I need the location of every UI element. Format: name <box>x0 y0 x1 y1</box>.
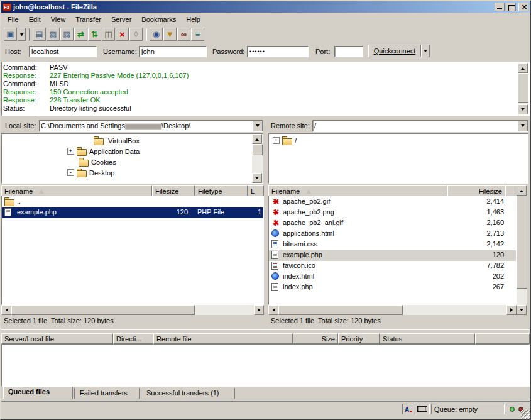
scroll-up-icon[interactable] <box>518 63 528 73</box>
file-row[interactable]: apache_pb2.png 1,463 <box>269 207 516 218</box>
scroll-up-icon[interactable] <box>517 185 527 196</box>
html-file-icon <box>271 272 279 280</box>
site-manager-icon[interactable] <box>4 28 17 41</box>
scroll-down-icon[interactable] <box>252 173 262 183</box>
column-header-lastmodified[interactable]: L <box>248 185 264 196</box>
file-row[interactable]: apache_pb2.gif 2,414 <box>269 197 516 207</box>
process-queue-icon[interactable] <box>88 28 101 41</box>
log-scrollbar[interactable] <box>518 63 528 114</box>
tree-item[interactable]: Application Data <box>2 146 263 157</box>
expand-plus-icon[interactable] <box>273 137 280 144</box>
remote-horizontal-scrollbar[interactable] <box>268 305 517 315</box>
column-header-status[interactable]: Status <box>380 333 475 344</box>
toggle-remote-tree-icon[interactable] <box>60 28 74 41</box>
refresh-icon[interactable] <box>74 28 87 41</box>
statusbar-panel <box>415 404 430 414</box>
sync-browsing-icon[interactable] <box>191 28 204 41</box>
tab-queued-files[interactable]: Queued files <box>3 387 73 399</box>
menu-server[interactable]: Server <box>106 14 136 25</box>
menu-edit[interactable]: Edit <box>24 14 46 25</box>
file-row[interactable]: apache_pb2_ani.gif 2,160 <box>269 218 516 229</box>
scroll-up-icon[interactable] <box>252 134 262 144</box>
close-button[interactable] <box>518 3 528 11</box>
port-input[interactable] <box>334 46 363 57</box>
scroll-down-icon[interactable] <box>517 305 527 315</box>
minimize-button[interactable] <box>495 3 505 11</box>
column-header-size[interactable]: Size <box>293 333 338 344</box>
column-header-server-local-file[interactable]: Server/Local file <box>1 333 113 344</box>
menu-view[interactable]: View <box>46 14 71 25</box>
tree-item[interactable]: Desktop <box>2 167 263 178</box>
disconnect-icon[interactable] <box>129 28 143 41</box>
cancel-icon[interactable] <box>116 28 129 41</box>
tree-item[interactable]: .VirtualBox <box>2 135 263 146</box>
file-row-selected[interactable]: example.php 120 <box>269 250 516 261</box>
scroll-right-icon[interactable] <box>254 305 264 315</box>
menu-file[interactable]: File <box>3 14 24 25</box>
toggle-local-tree-icon[interactable] <box>47 28 60 41</box>
column-header-remote-file[interactable]: Remote file <box>153 333 293 344</box>
local-site-dropdown-icon[interactable] <box>253 121 263 131</box>
quickconnect-dropdown-icon[interactable] <box>421 45 430 57</box>
filter-icon[interactable] <box>163 28 177 41</box>
file-row-selected[interactable]: example.php 120 PHP File 1 <box>2 207 263 218</box>
host-input[interactable] <box>29 46 97 57</box>
local-tree-scrollbar[interactable] <box>252 134 263 183</box>
file-row[interactable]: bitnami.css 2,142 <box>269 240 516 250</box>
scroll-thumb[interactable] <box>518 73 528 103</box>
file-row[interactable]: favicon.ico 7,782 <box>269 261 516 272</box>
tree-item[interactable]: Cookies <box>2 157 263 167</box>
tab-successful-transfers[interactable]: Successful transfers (1) <box>141 388 235 399</box>
remote-site-dropdown-icon[interactable] <box>518 121 528 131</box>
scroll-thumb[interactable] <box>517 196 527 289</box>
title-bar[interactable]: john@localhost - FileZilla <box>1 1 530 13</box>
scroll-thumb[interactable] <box>11 305 195 315</box>
file-row[interactable]: index.html 202 <box>269 272 516 282</box>
tree-item[interactable]: / <box>269 135 528 146</box>
username-input[interactable] <box>139 46 207 57</box>
scroll-left-icon[interactable] <box>1 305 11 315</box>
queue-status-panel: Queue: empty <box>431 404 505 414</box>
image-file-icon <box>271 208 279 216</box>
maximize-button[interactable] <box>506 3 516 11</box>
column-header-priority[interactable]: Priority <box>338 333 380 344</box>
password-input[interactable] <box>247 46 309 57</box>
column-header-filename[interactable]: Filename <box>1 185 152 196</box>
host-label: Host: <box>5 48 21 55</box>
file-row[interactable]: .. <box>2 197 263 207</box>
quickconnect-button[interactable]: Quickconnect <box>368 45 421 57</box>
scroll-left-icon[interactable] <box>268 305 278 315</box>
site-manager-dropdown-icon[interactable] <box>18 28 26 41</box>
scroll-down-icon[interactable] <box>518 104 528 114</box>
find-files-icon[interactable] <box>150 28 163 41</box>
transfer-queue-list[interactable] <box>1 344 530 387</box>
menu-transfer[interactable]: Transfer <box>70 14 106 25</box>
remote-vertical-scrollbar[interactable] <box>517 185 527 315</box>
password-label: Password: <box>212 48 244 55</box>
toggle-message-log-icon[interactable] <box>33 28 46 41</box>
menu-help[interactable]: Help <box>181 14 205 25</box>
menu-bookmarks[interactable]: Bookmarks <box>136 14 181 25</box>
scroll-thumb[interactable] <box>252 144 263 155</box>
column-header-filesize[interactable]: Filesize <box>152 185 195 196</box>
file-name: example.php <box>17 208 57 216</box>
scroll-right-icon[interactable] <box>506 305 517 315</box>
log-line: Response:150 Connection accepted <box>3 88 517 96</box>
column-header-filename[interactable]: Filename <box>268 185 447 196</box>
column-header-filesize[interactable]: Filesize <box>447 185 505 196</box>
preview-icon[interactable] <box>102 28 115 41</box>
file-row[interactable]: applications.html 2,713 <box>269 229 516 240</box>
scroll-thumb[interactable] <box>278 305 403 315</box>
file-row[interactable]: index.php 267 <box>269 282 516 293</box>
resize-grip[interactable] <box>521 410 530 419</box>
compare-directories-icon[interactable] <box>177 28 190 41</box>
local-site-combobox[interactable]: C:\Documents and Settings\Desktop\ <box>39 120 263 132</box>
expand-plus-icon[interactable] <box>67 148 74 155</box>
collapse-minus-icon[interactable] <box>67 169 74 176</box>
local-horizontal-scrollbar[interactable] <box>1 305 264 315</box>
column-header-direction[interactable]: Directi... <box>113 333 153 344</box>
file-name: apache_pb2.gif <box>283 197 330 205</box>
remote-site-combobox[interactable]: / <box>312 120 528 132</box>
tab-failed-transfers[interactable]: Failed transfers <box>74 388 140 399</box>
column-header-filetype[interactable]: Filetype <box>195 185 248 196</box>
